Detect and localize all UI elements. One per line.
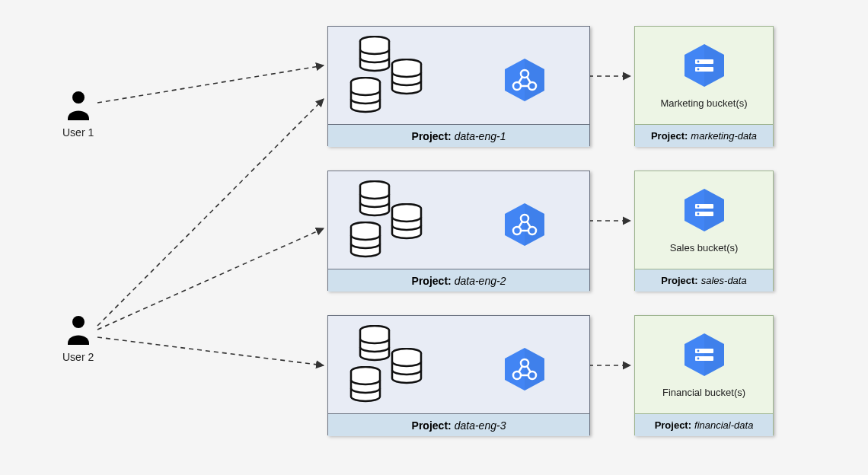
footer-name: data-eng-2 bbox=[455, 275, 506, 287]
database-icon bbox=[349, 222, 381, 258]
db-cluster-icon bbox=[343, 36, 435, 115]
footer-name: financial-data bbox=[694, 419, 753, 431]
eng-project-3-footer: Project: data-eng-3 bbox=[328, 413, 589, 436]
eng-project-2: Project: data-eng-2 bbox=[327, 171, 590, 291]
db-cluster-icon bbox=[343, 325, 435, 404]
footer-name: data-eng-3 bbox=[455, 419, 506, 432]
footer-label: Project: bbox=[412, 130, 452, 142]
footer-name: data-eng-1 bbox=[455, 130, 506, 142]
diagram-canvas: User 1 User 2 Project: data-eng-1 bbox=[0, 0, 868, 475]
user-1-label: User 1 bbox=[62, 126, 94, 139]
bucket-project-3-footer: Project: financial-data bbox=[635, 413, 773, 436]
database-icon bbox=[359, 180, 391, 217]
footer-label: Project: bbox=[651, 130, 688, 142]
database-icon bbox=[359, 36, 391, 72]
footer-label: Project: bbox=[655, 419, 691, 431]
database-icon bbox=[349, 366, 381, 403]
dataproc-icon bbox=[502, 57, 547, 97]
connector-user2-eng1 bbox=[97, 99, 324, 326]
database-icon bbox=[391, 348, 423, 384]
storage-icon bbox=[681, 43, 727, 88]
user-2-label: User 2 bbox=[62, 351, 94, 363]
db-cluster-icon bbox=[343, 180, 435, 260]
database-icon bbox=[349, 77, 381, 113]
database-icon bbox=[359, 325, 391, 362]
bucket-3-label: Financial bucket(s) bbox=[662, 387, 745, 398]
bucket-project-1-footer: Project: marketing-data bbox=[635, 124, 773, 147]
database-icon bbox=[391, 203, 423, 240]
bucket-2-label: Sales bucket(s) bbox=[670, 242, 739, 253]
footer-name: marketing-data bbox=[691, 130, 757, 142]
footer-label: Project: bbox=[412, 419, 452, 432]
person-icon bbox=[65, 314, 92, 346]
bucket-project-1: Marketing bucket(s) Project: marketing-d… bbox=[634, 26, 774, 146]
eng-project-1: Project: data-eng-1 bbox=[327, 26, 590, 146]
storage-icon bbox=[681, 332, 727, 378]
connector-user2-eng3 bbox=[97, 337, 324, 365]
dataproc-icon bbox=[502, 202, 547, 241]
eng-project-2-footer: Project: data-eng-2 bbox=[328, 269, 589, 292]
storage-icon bbox=[681, 187, 727, 233]
bucket-1-label: Marketing bucket(s) bbox=[660, 97, 747, 109]
footer-label: Project: bbox=[661, 275, 697, 286]
eng-project-3-body bbox=[328, 316, 589, 413]
connector-user1-eng1 bbox=[97, 65, 324, 103]
bucket-project-1-body: Marketing bucket(s) bbox=[635, 27, 773, 124]
footer-label: Project: bbox=[412, 275, 452, 287]
eng-project-1-body bbox=[328, 27, 589, 124]
dataproc-icon bbox=[502, 346, 547, 386]
bucket-project-2: Sales bucket(s) Project: sales-data bbox=[634, 171, 774, 291]
eng-project-1-footer: Project: data-eng-1 bbox=[328, 124, 589, 147]
footer-name: sales-data bbox=[701, 275, 747, 286]
user-1: User 1 bbox=[62, 90, 94, 139]
user-2: User 2 bbox=[62, 314, 94, 363]
eng-project-2-body bbox=[328, 171, 589, 269]
bucket-project-3: Financial bucket(s) Project: financial-d… bbox=[634, 315, 774, 435]
bucket-project-2-body: Sales bucket(s) bbox=[635, 171, 773, 269]
connector-user2-eng2 bbox=[97, 228, 324, 330]
bucket-project-3-body: Financial bucket(s) bbox=[635, 316, 773, 413]
eng-project-3: Project: data-eng-3 bbox=[327, 315, 590, 435]
person-icon bbox=[65, 90, 92, 122]
database-icon bbox=[391, 59, 423, 95]
bucket-project-2-footer: Project: sales-data bbox=[635, 269, 773, 292]
